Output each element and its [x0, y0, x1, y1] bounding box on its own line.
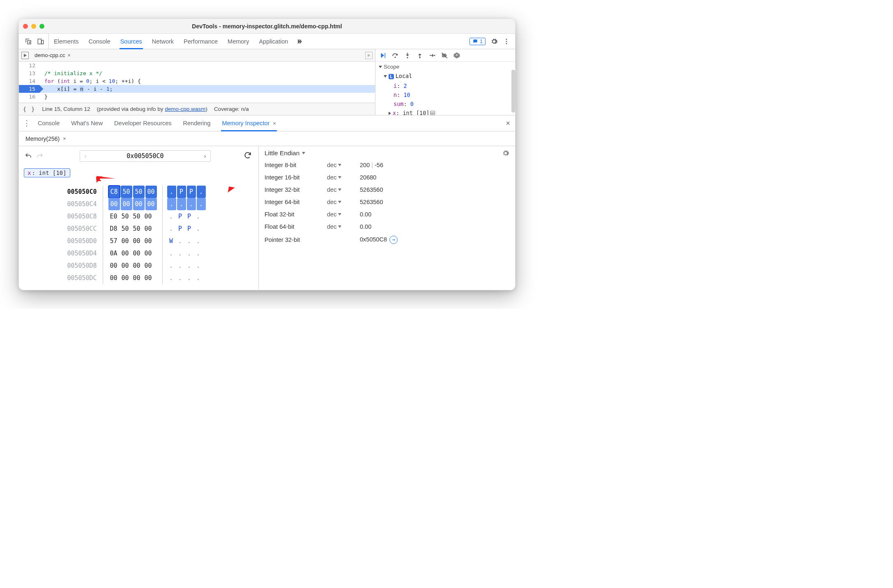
ascii-byte[interactable]: .	[194, 247, 203, 260]
ascii-byte[interactable]: .	[185, 247, 194, 260]
ascii-byte[interactable]: .	[176, 272, 185, 284]
memory-icon[interactable]	[430, 111, 435, 115]
hex-address[interactable]: 005050C0	[67, 186, 97, 198]
scope-header[interactable]: Scope	[375, 62, 515, 71]
ascii-byte[interactable]: .	[167, 198, 176, 210]
ascii-byte[interactable]: .	[187, 198, 196, 210]
hex-byte[interactable]: 00	[145, 186, 157, 198]
hex-byte[interactable]: 00	[120, 272, 131, 284]
pause-on-exceptions-button[interactable]	[453, 51, 461, 60]
hex-byte[interactable]: 50	[131, 223, 143, 235]
more-tabs-icon[interactable]	[295, 38, 303, 45]
ascii-byte[interactable]: .	[197, 198, 206, 210]
ascii-byte[interactable]: W	[167, 235, 176, 247]
resume-button[interactable]	[379, 51, 387, 60]
run-snippet-icon[interactable]	[21, 52, 29, 59]
ascii-byte[interactable]: P	[176, 223, 185, 235]
panel-tab-performance[interactable]: Performance	[179, 34, 223, 49]
hex-byte[interactable]: D8	[108, 223, 120, 235]
ascii-byte[interactable]: P	[176, 210, 185, 223]
hex-address[interactable]: 005050D8	[67, 260, 97, 272]
hex-address[interactable]: 005050C8	[67, 210, 97, 223]
code-editor[interactable]: 1213/* initialize x */14for (int i = 0; …	[19, 62, 375, 103]
drawer-close-icon[interactable]: ×	[501, 119, 515, 128]
refresh-icon[interactable]	[244, 151, 253, 161]
ascii-byte[interactable]: .	[167, 272, 176, 284]
step-into-button[interactable]	[403, 51, 412, 60]
type-format-select[interactable]: dec	[327, 186, 360, 193]
hex-byte[interactable]: 00	[131, 247, 143, 260]
address-next-icon[interactable]: ›	[200, 153, 210, 159]
ascii-byte[interactable]: .	[194, 210, 203, 223]
hex-byte[interactable]: 0A	[108, 247, 120, 260]
minimize-window-button[interactable]	[31, 24, 36, 29]
ascii-byte[interactable]: .	[167, 210, 176, 223]
drawer-tab-rendering[interactable]: Rendering	[177, 115, 216, 131]
hex-byte[interactable]: 00	[145, 198, 157, 210]
panel-tab-application[interactable]: Application	[254, 34, 293, 49]
ascii-byte[interactable]: .	[176, 235, 185, 247]
pretty-print-icon[interactable]: { }	[23, 106, 35, 113]
scope-var-n[interactable]: n: 10	[375, 90, 515, 99]
hex-byte[interactable]: 50	[121, 186, 132, 198]
ascii-byte[interactable]: .	[177, 198, 186, 210]
hex-address[interactable]: 005050D4	[67, 247, 97, 260]
scope-var-i[interactable]: i: 2	[375, 81, 515, 90]
hex-byte[interactable]: 00	[143, 247, 154, 260]
ascii-byte[interactable]: .	[194, 223, 203, 235]
hex-byte[interactable]: 00	[108, 198, 120, 210]
ascii-byte[interactable]: P	[185, 210, 194, 223]
scope-var-x[interactable]: x: int [10]	[375, 108, 515, 115]
type-format-select[interactable]: dec	[327, 162, 360, 168]
address-prev-icon[interactable]: ‹	[80, 153, 91, 159]
endian-selector[interactable]: Little Endian	[265, 149, 305, 157]
drawer-more-icon[interactable]: ⋮	[21, 119, 32, 128]
hex-byte[interactable]: 00	[143, 235, 154, 247]
drawer-tab-developer-resources[interactable]: Developer Resources	[108, 115, 177, 131]
hex-byte[interactable]: E0	[108, 210, 120, 223]
close-tab-icon[interactable]: ×	[67, 52, 71, 58]
close-memory-tab-icon[interactable]: ×	[63, 136, 66, 142]
type-format-select[interactable]: dec	[327, 174, 360, 181]
run-icon[interactable]	[365, 52, 373, 59]
memory-tab[interactable]: Memory(256) ×	[23, 134, 69, 143]
drawer-tab-what-s-new[interactable]: What's New	[65, 115, 108, 131]
ascii-byte[interactable]: .	[176, 247, 185, 260]
hex-byte[interactable]: 00	[133, 198, 145, 210]
undo-icon[interactable]	[24, 152, 33, 161]
panel-tab-sources[interactable]: Sources	[115, 34, 147, 49]
ascii-byte[interactable]: .	[167, 223, 176, 235]
ascii-byte[interactable]: P	[185, 223, 194, 235]
close-tab-icon[interactable]: ×	[273, 120, 276, 126]
hex-byte[interactable]: 00	[143, 272, 154, 284]
hex-byte[interactable]: 00	[131, 260, 143, 272]
hex-byte[interactable]: 00	[120, 247, 131, 260]
panel-tab-console[interactable]: Console	[83, 34, 115, 49]
hex-byte[interactable]: 57	[108, 235, 120, 247]
ascii-byte[interactable]: P	[187, 186, 196, 198]
settings-icon[interactable]	[490, 38, 498, 45]
hex-byte[interactable]: 00	[121, 198, 132, 210]
jump-to-address-icon[interactable]	[389, 236, 398, 244]
step-over-button[interactable]	[391, 51, 399, 60]
hex-byte[interactable]: 00	[108, 260, 120, 272]
hex-byte[interactable]: 50	[120, 210, 131, 223]
hex-byte[interactable]: 00	[131, 235, 143, 247]
ascii-byte[interactable]: .	[185, 235, 194, 247]
wasm-link[interactable]: demo-cpp.wasm	[165, 106, 205, 112]
messages-badge[interactable]: 1	[470, 38, 486, 45]
ascii-byte[interactable]: .	[185, 272, 194, 284]
ascii-byte[interactable]: P	[177, 186, 186, 198]
ascii-byte[interactable]: .	[194, 260, 203, 272]
hex-address[interactable]: 005050CC	[67, 223, 97, 235]
ascii-byte[interactable]: .	[176, 260, 185, 272]
hex-address[interactable]: 005050DC	[67, 272, 97, 284]
hex-byte[interactable]: 00	[143, 260, 154, 272]
hex-byte[interactable]: 00	[120, 260, 131, 272]
ascii-byte[interactable]: .	[197, 186, 206, 198]
file-tab-demo-cpp[interactable]: demo-cpp.cc ×	[31, 51, 74, 60]
type-format-select[interactable]: dec	[327, 211, 360, 218]
close-window-button[interactable]	[23, 24, 28, 29]
panel-tab-elements[interactable]: Elements	[49, 34, 83, 49]
interpretation-settings-icon[interactable]	[502, 149, 509, 157]
